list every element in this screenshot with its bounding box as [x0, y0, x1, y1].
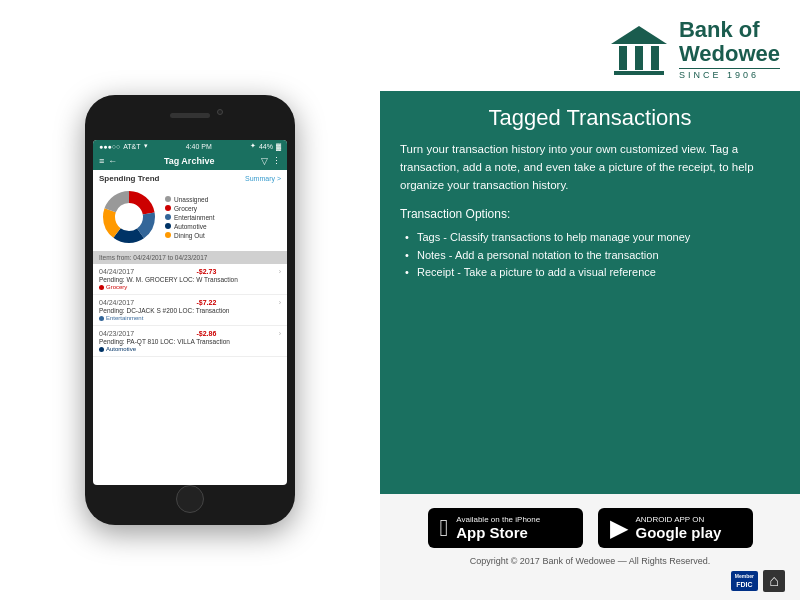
fdic-badge: Member FDIC: [731, 571, 758, 591]
transaction-date-3: 04/23/2017: [99, 330, 134, 337]
chevron-icon-2: ›: [279, 299, 281, 306]
phone-screen: ●●●○○ AT&T ▾ 4:40 PM ✦ 44% ▓ ≡ ←: [93, 140, 287, 485]
transaction-desc-1: Pending: W. M. GROCERY LOC: W Transactio…: [99, 276, 281, 283]
tag-label-3: Automotive: [106, 346, 136, 352]
summary-link[interactable]: Summary >: [245, 175, 281, 182]
svg-rect-8: [635, 46, 643, 70]
fdic-row: Member FDIC ⌂: [395, 570, 785, 592]
status-bar: ●●●○○ AT&T ▾ 4:40 PM ✦ 44% ▓: [93, 140, 287, 152]
right-icons: ▽ ⋮: [261, 156, 281, 166]
svg-rect-7: [619, 46, 627, 70]
fdic-label: FDIC: [735, 580, 754, 589]
ios-btn-text: Available on the iPhone App Store: [456, 515, 540, 541]
apple-icon: : [440, 514, 449, 542]
bank-logo-text: Bank of Wedowee SINCE 1906: [679, 18, 780, 81]
back-icon[interactable]: ←: [108, 156, 117, 166]
nav-icons: ≡ ←: [99, 156, 117, 166]
phone-home-button[interactable]: [176, 485, 204, 513]
signal-dots: ●●●○○: [99, 143, 120, 150]
chart-legend: Unassigned Grocery Entertainment: [165, 196, 214, 239]
copyright-text: Copyright © 2017 Bank of Wedowee — All R…: [470, 556, 711, 566]
tag-dot-1: [99, 285, 104, 290]
page-wrapper: ●●●○○ AT&T ▾ 4:40 PM ✦ 44% ▓ ≡ ←: [0, 0, 800, 600]
tag-label-1: Grocery: [106, 284, 127, 290]
option-item-2: Notes - Add a personal notation to the t…: [405, 247, 780, 265]
transaction-tag-2: Entertainment: [99, 315, 281, 321]
tag-dot-3: [99, 347, 104, 352]
transaction-date-1: 04/24/2017: [99, 268, 134, 275]
chevron-icon-1: ›: [279, 268, 281, 275]
options-list: Tags - Classify transactions to help man…: [400, 229, 780, 282]
transaction-item-2[interactable]: 04/24/2017 -$7.22 › Pending: DC-JACK S #…: [93, 295, 287, 326]
option-item-1: Tags - Classify transactions to help man…: [405, 229, 780, 247]
tag-dot-2: [99, 316, 104, 321]
legend-grocery: Grocery: [165, 205, 214, 212]
transaction-tag-3: Automotive: [99, 346, 281, 352]
logo-area: Bank of Wedowee SINCE 1906: [380, 0, 800, 91]
wifi-icon: ▾: [144, 142, 148, 150]
phone-mockup: ●●●○○ AT&T ▾ 4:40 PM ✦ 44% ▓ ≡ ←: [85, 95, 295, 525]
transaction-amount-3: -$2.86: [196, 330, 216, 337]
transaction-amount-2: -$7.22: [196, 299, 216, 306]
legend-entertainment: Entertainment: [165, 214, 214, 221]
status-left: ●●●○○ AT&T ▾: [99, 142, 148, 150]
app-bar: ≡ ← Tag Archive ▽ ⋮: [93, 152, 287, 170]
transaction-item-3[interactable]: 04/23/2017 -$2.86 › Pending: PA-QT 810 L…: [93, 326, 287, 357]
carrier-label: AT&T: [123, 143, 140, 150]
app-bar-title: Tag Archive: [164, 156, 215, 166]
legend-unassigned: Unassigned: [165, 196, 214, 203]
status-time: 4:40 PM: [186, 143, 212, 150]
android-big-text: Google play: [636, 525, 722, 542]
google-play-icon: ▶: [610, 514, 628, 542]
hero-description: Turn your transaction history into your …: [400, 141, 780, 194]
bank-logo-svg: [609, 22, 669, 77]
chart-area: Unassigned Grocery Entertainment: [99, 187, 281, 247]
right-panel: Bank of Wedowee SINCE 1906 Tagged Transa…: [380, 0, 800, 600]
transaction-date-2: 04/24/2017: [99, 299, 134, 306]
pie-chart: [99, 187, 159, 247]
battery-label: 44%: [259, 143, 273, 150]
hero-title: Tagged Transactions: [400, 105, 780, 131]
bank-logo-icon: [609, 22, 669, 77]
options-label: Transaction Options:: [400, 205, 780, 224]
bank-since: SINCE 1906: [679, 68, 780, 81]
android-btn-text: ANDROID APP ON Google play: [636, 515, 722, 541]
equal-housing-icon: ⌂: [763, 570, 785, 592]
battery-icon: ▓: [276, 143, 281, 150]
app-buttons-section:  Available on the iPhone App Store ▶ AN…: [380, 494, 800, 600]
date-range-bar: Items from: 04/24/2017 to 04/23/2017: [93, 251, 287, 264]
date-range-text: Items from: 04/24/2017 to 04/23/2017: [99, 254, 207, 261]
more-icon[interactable]: ⋮: [272, 156, 281, 166]
svg-rect-10: [614, 71, 664, 75]
transaction-item-1[interactable]: 04/24/2017 -$2.73 › Pending: W. M. GROCE…: [93, 264, 287, 295]
tag-label-2: Entertainment: [106, 315, 143, 321]
teal-section: Tagged Transactions Turn your transactio…: [380, 91, 800, 494]
spending-section: Spending Trend Summary >: [93, 170, 287, 251]
phone-speaker: [170, 113, 210, 118]
svg-marker-6: [611, 26, 667, 44]
bank-name-line1: Bank of Wedowee: [679, 18, 780, 66]
spending-title: Spending Trend: [99, 174, 159, 183]
spending-header: Spending Trend Summary >: [99, 174, 281, 183]
svg-point-5: [117, 205, 141, 229]
ios-app-store-button[interactable]:  Available on the iPhone App Store: [428, 508, 583, 548]
menu-icon[interactable]: ≡: [99, 156, 104, 166]
app-buttons-row:  Available on the iPhone App Store ▶ AN…: [428, 508, 753, 548]
fdic-member-label: Member: [735, 573, 754, 580]
chevron-icon-3: ›: [279, 330, 281, 337]
svg-rect-9: [651, 46, 659, 70]
ios-big-text: App Store: [456, 525, 540, 542]
legend-automotive: Automotive: [165, 223, 214, 230]
bluetooth-icon: ✦: [250, 142, 256, 150]
transaction-amount-1: -$2.73: [196, 268, 216, 275]
transaction-tag-1: Grocery: [99, 284, 281, 290]
phone-camera: [217, 109, 223, 115]
filter-icon[interactable]: ▽: [261, 156, 268, 166]
transaction-desc-2: Pending: DC-JACK S #200 LOC: Transaction: [99, 307, 281, 314]
option-item-3: Receipt - Take a picture to add a visual…: [405, 264, 780, 282]
left-panel: ●●●○○ AT&T ▾ 4:40 PM ✦ 44% ▓ ≡ ←: [0, 0, 380, 600]
legend-dining: Dining Out: [165, 232, 214, 239]
android-google-play-button[interactable]: ▶ ANDROID APP ON Google play: [598, 508, 753, 548]
transaction-desc-3: Pending: PA-QT 810 LOC: VILLA Transactio…: [99, 338, 281, 345]
status-right: ✦ 44% ▓: [250, 142, 281, 150]
